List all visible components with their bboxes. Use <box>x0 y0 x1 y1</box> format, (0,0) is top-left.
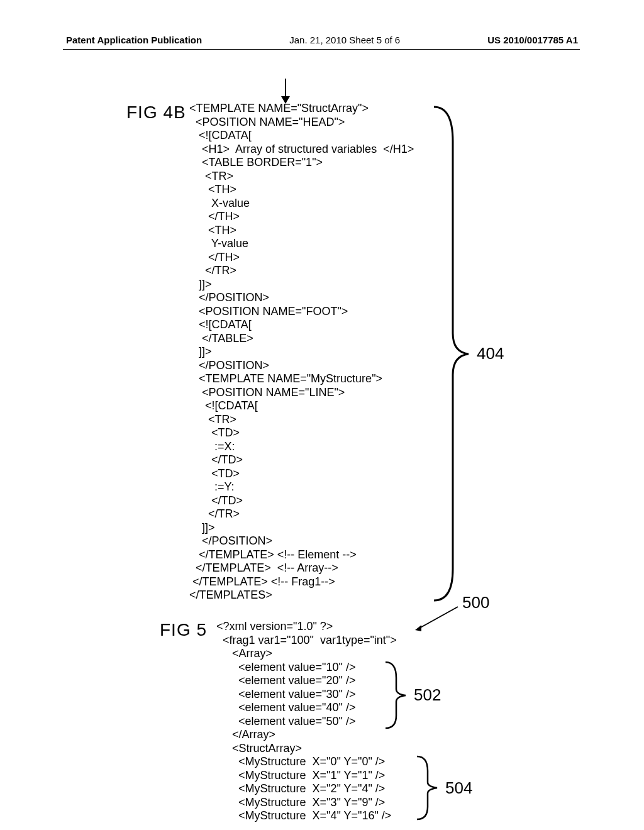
page-header: Patent Application Publication Jan. 21, … <box>0 35 644 45</box>
header-center: Jan. 21, 2010 Sheet 5 of 6 <box>289 35 400 45</box>
svg-line-2 <box>418 607 458 629</box>
callout-504: 504 <box>445 778 472 798</box>
callout-404: 404 <box>477 344 504 363</box>
header-left: Patent Application Publication <box>0 35 202 45</box>
figure-4b-label: FIG 4B <box>126 102 186 123</box>
figure-5-code: <?xml version="1.0" ?> <frag1 var1="100"… <box>216 620 397 823</box>
callout-500: 500 <box>462 593 489 612</box>
figure-4b-code: <TEMPLATE NAME="StructArray"> <POSITION … <box>189 102 414 602</box>
svg-marker-3 <box>415 625 421 631</box>
callout-500-line-icon <box>415 604 465 632</box>
brace-504-icon <box>412 753 440 822</box>
header-rule <box>63 49 580 50</box>
figure-5-label: FIG 5 <box>160 620 207 640</box>
continuation-arrow-icon <box>281 79 290 104</box>
header-right: US 2010/0017785 A1 <box>487 35 644 45</box>
callout-502: 502 <box>414 685 441 705</box>
brace-502-icon <box>380 659 409 731</box>
brace-404-icon <box>428 104 472 604</box>
